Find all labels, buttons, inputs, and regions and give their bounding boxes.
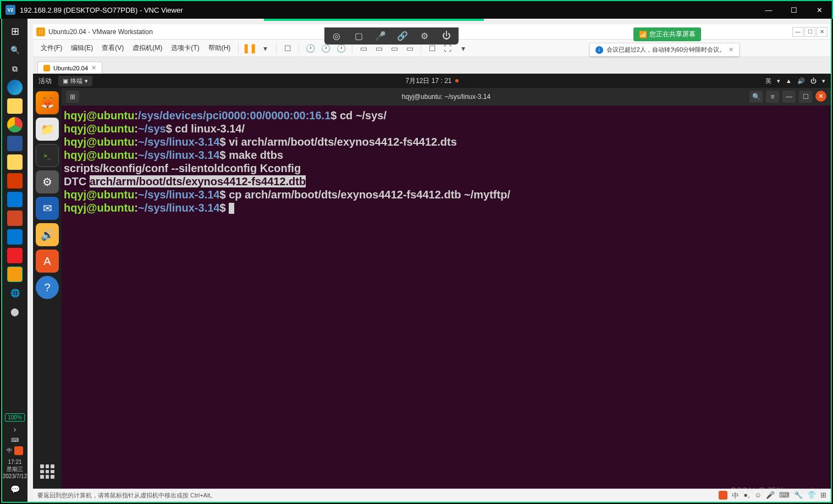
- show-apps-icon[interactable]: [36, 460, 59, 483]
- info-icon: i: [595, 46, 603, 54]
- terminal-indicator-icon: ▣: [63, 77, 68, 85]
- vnc-icon: V2: [5, 5, 15, 15]
- vmware-window: □ Ubuntu20.04 - VMware Workstation — ☐ ✕…: [33, 24, 831, 502]
- vnc-record-icon[interactable]: ◎: [330, 31, 343, 41]
- terminal-maximize-button[interactable]: ☐: [799, 91, 812, 103]
- start-button[interactable]: ⊞: [7, 24, 23, 39]
- input-method-icon[interactable]: ⌨: [11, 437, 19, 443]
- power-icon[interactable]: ⏻: [810, 77, 817, 84]
- active-border-accent: [264, 19, 484, 21]
- expand-tray-icon[interactable]: ›: [14, 425, 16, 434]
- cursor: [229, 203, 234, 214]
- help-icon[interactable]: ?: [36, 276, 59, 299]
- ubuntu-topbar: 活动 ▣ 终端 ▾ 7月12日 17 : 21 英▾ ▲ 🔊 ⏻ ▾: [33, 74, 831, 88]
- menu-view[interactable]: 查看(V): [98, 42, 127, 54]
- system-clock[interactable]: 17:21 星期三 2023/7/12: [3, 458, 27, 480]
- tab-close-icon[interactable]: ✕: [91, 64, 96, 71]
- terminal-minimize-button[interactable]: —: [782, 91, 796, 103]
- screen-sharing-badge[interactable]: 📶 您正在共享屏幕: [633, 27, 701, 41]
- vm-tab-icon: [43, 65, 50, 71]
- activities-button[interactable]: 活动: [38, 76, 52, 86]
- vnc-toolbar[interactable]: ◎ ▢ 🎤 🔗 ⚙ ⏻: [324, 27, 459, 45]
- snapshot-button[interactable]: ☐: [281, 42, 294, 55]
- terminal-close-button[interactable]: ✕: [815, 91, 826, 102]
- network-icon[interactable]: ▲: [786, 77, 792, 84]
- app-icon-4[interactable]: 🌐: [7, 285, 23, 301]
- menu-file[interactable]: 文件(F): [37, 42, 65, 54]
- notifications-icon[interactable]: 💬: [7, 481, 23, 497]
- vm-tab-label: Ubuntu20.04: [53, 65, 88, 71]
- vmware-maximize-button[interactable]: ☐: [804, 27, 815, 37]
- vmware-taskbar-icon[interactable]: [7, 267, 23, 282]
- vmware-close-button[interactable]: ✕: [817, 27, 828, 37]
- vnc-titlebar: V2 192.168.2.89 (DESKTOP-SO77PDB) - VNC …: [0, 0, 833, 19]
- windows-taskbar: ⊞ 🔍 ⧉ 🌐 ⬤ 100% › ⌨ 中 17:21 星期三 2023/7/12…: [1, 19, 27, 503]
- notification-close-icon[interactable]: ✕: [729, 46, 733, 53]
- search-button[interactable]: 🔍: [749, 91, 763, 103]
- app-icon-5[interactable]: ⬤: [7, 304, 23, 319]
- powerpoint-icon[interactable]: [7, 211, 23, 226]
- search-icon[interactable]: 🔍: [7, 42, 23, 58]
- vnc-microphone-icon[interactable]: 🎤: [374, 31, 387, 41]
- terminal-app-indicator[interactable]: ▣ 终端 ▾: [58, 76, 92, 86]
- vmware-minimize-button[interactable]: —: [792, 27, 803, 37]
- files-icon[interactable]: 📁: [36, 118, 59, 141]
- volume-icon[interactable]: 🔊: [797, 77, 805, 85]
- chrome-icon[interactable]: [7, 117, 23, 132]
- terminal-headerbar: ⊞ hqyj@ubuntu: ~/sys/linux-3.14 🔍 ≡ — ☐ …: [62, 88, 831, 106]
- menu-tabs[interactable]: 选项卡(T): [168, 42, 202, 54]
- vmware-title: Ubuntu20.04 - VMware Workstation: [48, 28, 153, 36]
- vnc-display-icon[interactable]: ▢: [352, 31, 365, 41]
- signal-icon: 📶: [639, 31, 647, 38]
- word-icon[interactable]: [7, 136, 23, 151]
- vnc-settings-icon[interactable]: ⚙: [418, 31, 431, 41]
- pause-button[interactable]: ❚❚: [243, 42, 256, 55]
- vmware-statusbar: 要返回到您的计算机，请将鼠标指针从虚拟机中移出或按 Ctrl+Alt。 中 ●,…: [33, 489, 831, 502]
- firefox-icon[interactable]: 🦊: [36, 91, 59, 114]
- meeting-notification[interactable]: i 会议已超过2人，自动转为60分钟限时会议。 ✕: [589, 43, 740, 57]
- vm-tab-ubuntu[interactable]: Ubuntu20.04 ✕: [37, 62, 102, 74]
- fullscreen-dropdown[interactable]: ▾: [456, 42, 470, 55]
- vnc-power-icon[interactable]: ⏻: [440, 31, 453, 41]
- ubuntu-desktop: 活动 ▣ 终端 ▾ 7月12日 17 : 21 英▾ ▲ 🔊 ⏻ ▾: [33, 74, 831, 489]
- explorer-icon[interactable]: [7, 98, 23, 114]
- app-icon-2[interactable]: [7, 192, 23, 207]
- watermark: CSDN @孤独memories: [730, 486, 822, 497]
- settings-icon[interactable]: ⚙: [36, 170, 59, 193]
- vnc-title: 192.168.2.89 (DESKTOP-SO77PDB) - VNC Vie…: [20, 6, 183, 14]
- battery-indicator[interactable]: 100%: [5, 413, 25, 422]
- ubuntu-launcher: 🦊 📁 >_ ⚙ ✉ 🔊 A ?: [33, 88, 62, 489]
- vmware-icon: □: [36, 27, 45, 36]
- vnc-close-button[interactable]: ✕: [807, 1, 832, 19]
- menu-help[interactable]: 帮助(H): [205, 42, 234, 54]
- sogou-icon[interactable]: [14, 446, 23, 455]
- menu-edit[interactable]: 编辑(E): [68, 42, 96, 54]
- new-tab-button[interactable]: ⊞: [66, 91, 79, 103]
- menu-button[interactable]: ≡: [766, 91, 779, 103]
- rhythmbox-icon[interactable]: 🔊: [36, 223, 59, 246]
- edge-icon[interactable]: [7, 80, 23, 95]
- terminal-content[interactable]: hqyj@ubuntu:/sys/devices/pci0000:00/0000…: [62, 106, 831, 489]
- input-source-indicator[interactable]: 英: [765, 77, 771, 85]
- software-center-icon[interactable]: A: [36, 250, 59, 273]
- terminal-title: hqyj@ubuntu: ~/sys/linux-3.14: [402, 93, 490, 101]
- menu-vm[interactable]: 虚拟机(M): [129, 42, 166, 54]
- remote-desktop-area: □ Ubuntu20.04 - VMware Workstation — ☐ ✕…: [27, 19, 832, 503]
- sogou-ime-icon[interactable]: [719, 491, 727, 500]
- terminal-icon[interactable]: >_: [36, 144, 59, 167]
- vnc-link-icon[interactable]: 🔗: [396, 31, 409, 41]
- app-icon-3[interactable]: [7, 248, 23, 263]
- vmware-tabs: Ubuntu20.04 ✕: [33, 57, 831, 74]
- vnc-maximize-button[interactable]: ☐: [781, 1, 807, 19]
- vnc-minimize-button[interactable]: —: [756, 1, 781, 19]
- thunderbird-icon[interactable]: ✉: [36, 197, 59, 220]
- vscode-icon[interactable]: [7, 229, 23, 245]
- power-dropdown-icon[interactable]: ▾: [258, 42, 272, 55]
- status-text: 要返回到您的计算机，请将鼠标指针从虚拟机中移出或按 Ctrl+Alt。: [37, 491, 216, 500]
- snapshot-manager-button[interactable]: 🕐: [304, 42, 317, 55]
- topbar-clock[interactable]: 7月12日 17 : 21: [405, 76, 458, 86]
- app-icon-1[interactable]: [7, 173, 23, 189]
- taskview-icon[interactable]: ⧉: [7, 61, 23, 76]
- folder-icon[interactable]: [7, 154, 23, 170]
- ime-label[interactable]: 中: [7, 447, 12, 455]
